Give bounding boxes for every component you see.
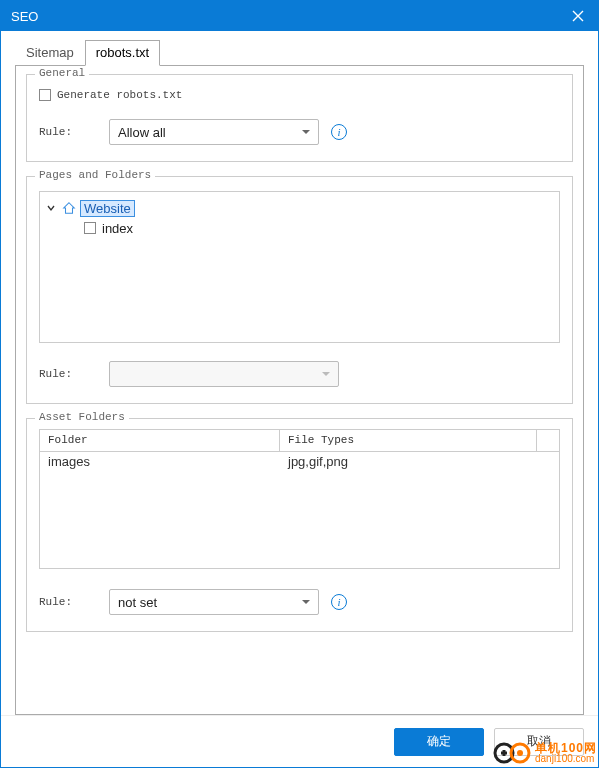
assets-table: Folder File Types images jpg,gif,png (39, 429, 560, 569)
titlebar: SEO (1, 1, 598, 31)
tree-root-label: Website (80, 200, 135, 217)
checkbox-box-icon (39, 89, 51, 101)
pages-rule-row: Rule: (39, 361, 560, 387)
close-button[interactable] (558, 1, 598, 31)
assets-legend: Asset Folders (35, 411, 129, 423)
assets-rule-select[interactable]: not set (109, 589, 319, 615)
table-head: Folder File Types (40, 430, 559, 452)
info-icon[interactable] (331, 124, 347, 140)
general-legend: General (35, 67, 89, 79)
assets-rule-row: Rule: not set (39, 589, 560, 615)
pages-rule-select[interactable] (109, 361, 339, 387)
window-title: SEO (11, 9, 38, 24)
chevron-down-icon (302, 130, 310, 134)
general-rule-select[interactable]: Allow all (109, 119, 319, 145)
assets-section: Asset Folders Folder File Types images j… (26, 418, 573, 632)
tree-item-index[interactable]: index (46, 218, 553, 238)
info-icon[interactable] (331, 594, 347, 610)
ok-button[interactable]: 确定 (394, 728, 484, 756)
tab-bar: Sitemap robots.txt (1, 39, 598, 65)
cell-file-types: jpg,gif,png (280, 452, 559, 474)
general-section: General Generate robots.txt Rule: Allow … (26, 74, 573, 162)
cell-folder: images (40, 452, 280, 474)
tree-root-website[interactable]: Website (46, 198, 553, 218)
close-icon (572, 10, 584, 22)
expand-icon[interactable] (46, 203, 56, 213)
assets-rule-label: Rule: (39, 596, 109, 608)
pages-tree[interactable]: Website index (39, 191, 560, 343)
tab-content: General Generate robots.txt Rule: Allow … (15, 65, 584, 715)
cancel-button[interactable]: 取消 (494, 728, 584, 756)
dialog-footer: 确定 取消 (1, 715, 598, 767)
pages-section: Pages and Folders Website index Ru (26, 176, 573, 404)
generate-robots-checkbox[interactable]: Generate robots.txt (39, 89, 560, 101)
home-icon (62, 201, 76, 215)
tab-sitemap[interactable]: Sitemap (15, 40, 85, 66)
col-folder[interactable]: Folder (40, 430, 280, 451)
table-row[interactable]: images jpg,gif,png (40, 452, 559, 474)
seo-dialog: SEO Sitemap robots.txt General Generate … (0, 0, 599, 768)
checkbox-box-icon[interactable] (84, 222, 96, 234)
tab-robots[interactable]: robots.txt (85, 40, 160, 66)
pages-legend: Pages and Folders (35, 169, 155, 181)
chevron-down-icon (302, 600, 310, 604)
general-rule-row: Rule: Allow all (39, 119, 560, 145)
general-rule-value: Allow all (118, 125, 166, 140)
general-rule-label: Rule: (39, 126, 109, 138)
col-file-types[interactable]: File Types (280, 430, 537, 451)
col-spacer (537, 430, 559, 451)
pages-rule-label: Rule: (39, 368, 109, 380)
generate-label: Generate robots.txt (57, 89, 182, 101)
tree-child-label: index (102, 221, 133, 236)
assets-rule-value: not set (118, 595, 157, 610)
chevron-down-icon (322, 372, 330, 376)
